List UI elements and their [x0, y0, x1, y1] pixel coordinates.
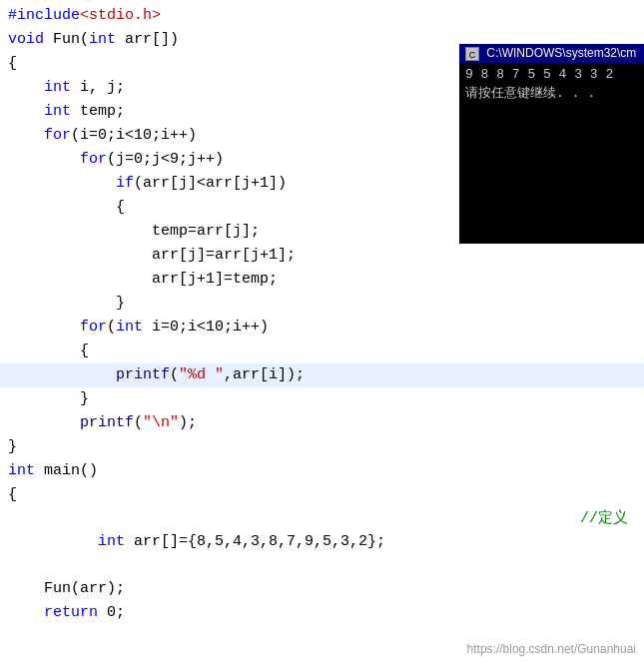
code-text: i=0;i<10;i++)	[152, 316, 269, 338]
code-text: arr[])	[125, 28, 179, 51]
terminal-output-line1: 9 8 8 7 5 5 4 3 3 2	[465, 67, 638, 82]
code-text: <stdio.h>	[80, 4, 161, 27]
code-line-12: arr[j+1]=temp;	[0, 268, 644, 292]
code-text: return	[44, 601, 107, 624]
code-text: Fun(arr);	[8, 577, 125, 600]
code-text: (	[134, 411, 143, 434]
code-line-20: int main()	[0, 459, 644, 483]
code-text: ,arr[i]);	[224, 363, 305, 386]
code-text: temp=arr[j];	[8, 220, 260, 243]
code-line-15: {	[0, 339, 644, 363]
code-text	[8, 76, 44, 99]
code-text: "\n"	[143, 411, 179, 434]
code-text: printf	[80, 411, 134, 434]
code-text-main: int arr[]={8,5,4,3,8,7,9,5,3,2};	[8, 507, 385, 577]
code-text	[8, 124, 44, 147]
terminal-window: C C:\WINDOWS\system32\cm 9 8 8 7 5 5 4 3…	[459, 44, 644, 244]
code-text	[8, 100, 44, 123]
code-text	[8, 411, 80, 434]
terminal-title-bar: C C:\WINDOWS\system32\cm	[459, 44, 644, 63]
code-text: void	[8, 28, 53, 51]
terminal-title-text: C:\WINDOWS\system32\cm	[486, 46, 636, 60]
terminal-icon: C	[465, 47, 479, 61]
code-line-14: for(int i=0;i<10;i++)	[0, 316, 644, 339]
code-text: for	[80, 316, 107, 338]
code-text	[8, 363, 116, 386]
code-text	[8, 172, 116, 195]
code-text: arr[j+1]=temp;	[8, 268, 278, 291]
code-text: int	[44, 76, 80, 99]
code-text: i, j;	[80, 76, 125, 99]
code-text: }	[8, 387, 89, 410]
code-text: arr[]={8,5,4,3,8,7,9,5,3,2};	[134, 533, 385, 550]
code-line-21: {	[0, 483, 644, 507]
code-text: temp;	[80, 100, 125, 123]
code-text: int	[116, 316, 152, 338]
code-text	[62, 533, 98, 550]
code-text: int	[44, 100, 80, 123]
code-text: arr[j]=arr[j+1];	[8, 244, 296, 267]
code-line-11: arr[j]=arr[j+1];	[0, 244, 644, 268]
code-text: (j=0;j<9;j++)	[107, 148, 224, 171]
code-text: );	[179, 411, 197, 434]
code-text: (	[107, 316, 116, 338]
code-text: (	[170, 363, 179, 386]
code-text: for	[44, 124, 71, 147]
code-text: printf	[116, 363, 170, 386]
code-line-19: }	[0, 435, 644, 459]
code-text: #include	[8, 4, 80, 27]
code-text: int	[89, 28, 125, 51]
code-text	[8, 148, 80, 171]
code-text: 0;	[107, 601, 125, 624]
code-line-1: #include<stdio.h>	[0, 4, 644, 28]
code-text: main()	[44, 459, 98, 482]
code-text: for	[80, 148, 107, 171]
code-line-24: return 0;	[0, 601, 644, 625]
code-text: int	[98, 533, 134, 550]
footer-url: https://blog.csdn.net/Gunanhuai	[467, 642, 636, 656]
code-line-16: printf("%d ",arr[i]);	[0, 363, 644, 387]
terminal-output-line2: 请按任意键继续. . .	[465, 84, 638, 102]
code-text: }	[8, 292, 125, 315]
code-line-13: }	[0, 292, 644, 316]
code-text: (i=0;i<10;i++)	[71, 124, 197, 147]
code-line-18: printf("\n");	[0, 411, 644, 435]
code-text: int	[8, 459, 44, 482]
footer-link: https://blog.csdn.net/Gunanhuai	[467, 642, 636, 656]
code-text	[8, 316, 80, 338]
code-text: {	[8, 339, 89, 362]
code-line-17: }	[0, 387, 644, 411]
code-line-23: Fun(arr);	[0, 577, 644, 601]
code-text: "%d "	[179, 363, 224, 386]
code-text: Fun(	[53, 28, 89, 51]
code-text: (arr[j]<arr[j+1])	[134, 172, 287, 195]
code-text: if	[116, 172, 134, 195]
code-comment: //定义	[544, 507, 636, 530]
code-line-22: int arr[]={8,5,4,3,8,7,9,5,3,2}; //定义	[0, 507, 644, 577]
code-text: }	[8, 435, 17, 458]
code-text: {	[8, 196, 125, 219]
code-text	[8, 601, 44, 624]
code-text: {	[8, 52, 17, 75]
code-text: {	[8, 483, 17, 506]
